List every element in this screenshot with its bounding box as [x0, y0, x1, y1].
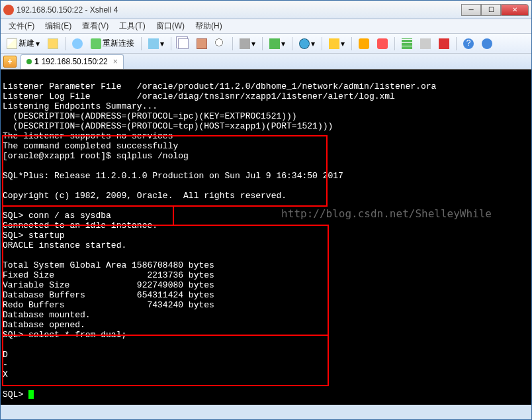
- terminal-line: Copyright (c) 1982, 2009, Oracle. All ri…: [3, 191, 287, 201]
- globe-icon: [299, 38, 310, 49]
- terminal-line: Total System Global Area 1586708480 byte…: [3, 260, 214, 270]
- print-icon: [240, 38, 250, 49]
- terminal-line: [oracle@xzapp1 root]$ sqlplus /nolog: [3, 151, 189, 161]
- open-button[interactable]: [44, 36, 62, 51]
- terminal-line: X: [3, 370, 8, 380]
- new-label: 新建: [19, 38, 34, 49]
- toolbar-separator: [262, 37, 263, 50]
- status-dot-icon: [26, 59, 32, 64]
- terminal-line: (DESCRIPTION=(ADDRESS=(PROTOCOL=ipc)(KEY…: [3, 111, 297, 121]
- close-button[interactable]: ✕: [501, 4, 529, 16]
- menu-edit[interactable]: 编辑(E): [40, 19, 77, 33]
- toolbar-separator: [394, 37, 395, 50]
- grid-icon: [402, 38, 412, 49]
- copy-icon: [178, 38, 189, 49]
- print-button[interactable]: ▾: [236, 36, 259, 51]
- terminal-line: Redo Buffers 7434240 bytes: [3, 300, 214, 310]
- toolbar-separator: [65, 37, 66, 50]
- terminal-line: Database Buffers 654311424 bytes: [3, 290, 214, 300]
- window-titlebar: 192.168.50.150:22 - Xshell 4 ─ ☐ ✕: [1, 1, 531, 19]
- toolbar-separator: [141, 37, 142, 50]
- terminal-line: Database mounted.: [3, 310, 91, 320]
- terminal-line: Listening Endpoints Summary...: [3, 101, 157, 111]
- layout-button[interactable]: [417, 36, 434, 51]
- terminal-line: ORACLE instance started.: [3, 240, 126, 250]
- terminal-line: The command completed successfully: [3, 141, 178, 151]
- terminal-line: SQL> startup: [3, 231, 65, 240]
- reconnect-button[interactable]: 重新连接: [87, 36, 138, 51]
- toolbar-separator: [351, 37, 352, 50]
- tool-button[interactable]: [374, 36, 391, 51]
- new-icon: [7, 38, 17, 49]
- copy-button[interactable]: [175, 36, 192, 51]
- highlight-box-4: [2, 335, 329, 386]
- tabbar: + 1 192.168.50.150:22 ×: [1, 54, 531, 70]
- link-icon: [72, 38, 83, 49]
- menu-window[interactable]: 窗口(W): [151, 19, 190, 33]
- maximize-button[interactable]: ☐: [481, 4, 501, 16]
- open-icon: [48, 38, 58, 49]
- menubar: 文件(F) 编辑(E) 查看(V) 工具(T) 窗口(W) 帮助(H): [1, 19, 531, 34]
- font-button[interactable]: ▾: [326, 36, 348, 51]
- paste-button[interactable]: [193, 36, 210, 51]
- about-button[interactable]: [478, 36, 496, 51]
- chevron-down-icon: ▾: [311, 39, 315, 48]
- toolbar-separator: [322, 37, 322, 50]
- tool-icon: [377, 38, 388, 49]
- chevron-down-icon: ▾: [36, 39, 40, 48]
- font-icon: [329, 38, 339, 49]
- app-icon: [3, 5, 14, 15]
- script-icon: [359, 38, 369, 49]
- terminal-line: Fixed Size 2213736 bytes: [3, 270, 214, 280]
- tab-label: 192.168.50.150:22: [42, 57, 108, 66]
- terminal-line: (DESCRIPTION=(ADDRESS=(PROTOCOL=tcp)(HOS…: [3, 121, 333, 131]
- reconnect-label: 重新连接: [103, 38, 134, 49]
- menu-file[interactable]: 文件(F): [3, 19, 40, 33]
- toolbar-separator: [292, 37, 292, 50]
- tab-close-icon[interactable]: ×: [113, 57, 118, 66]
- minimize-button[interactable]: ─: [461, 4, 481, 16]
- chevron-down-icon: ▾: [160, 39, 164, 48]
- globe-button[interactable]: ▾: [296, 36, 318, 51]
- toolbar-separator: [232, 37, 233, 50]
- terminal-line: Listener Parameter File /oracle/product/…: [3, 81, 436, 91]
- watermark: http://blog.csdn.net/ShelleyWhile: [281, 209, 492, 219]
- link-button[interactable]: [69, 36, 86, 51]
- script-button[interactable]: [355, 36, 373, 51]
- toolbar-separator: [456, 37, 457, 50]
- terminal-line: Connected to an idle instance.: [3, 221, 157, 231]
- help-button[interactable]: ?: [460, 36, 477, 51]
- terminal-line: The listener supports no services: [3, 131, 173, 141]
- menu-help[interactable]: 帮助(H): [190, 19, 228, 33]
- terminal-line: D: [3, 350, 8, 360]
- profile-button[interactable]: ▾: [145, 36, 167, 51]
- terminal-line: Listener Log File /oracle/diag/tnslsnr/x…: [3, 91, 395, 101]
- color-button[interactable]: ▾: [266, 36, 288, 51]
- terminal-prompt: SQL>: [3, 390, 28, 399]
- profile-icon: [148, 38, 159, 49]
- terminal-line: SQL*Plus: Release 11.2.0.1.0 Production …: [3, 171, 343, 181]
- help-icon: ?: [463, 38, 474, 49]
- terminal-line: Variable Size 922749080 bytes: [3, 280, 214, 290]
- chevron-down-icon: ▾: [251, 39, 255, 48]
- tab-index: 1: [34, 57, 39, 66]
- record-button[interactable]: [435, 36, 453, 51]
- window-title: 192.168.50.150:22 - Xshell 4: [17, 5, 461, 15]
- terminal-line: SQL> conn / as sysdba: [3, 211, 111, 221]
- terminal-cursor: [28, 390, 34, 399]
- chevron-down-icon: ▾: [341, 39, 345, 48]
- search-icon: [215, 38, 226, 49]
- chevron-down-icon: ▾: [281, 39, 285, 48]
- record-icon: [439, 38, 449, 49]
- toolbar-separator: [171, 37, 171, 50]
- grid-button[interactable]: [398, 36, 416, 51]
- menu-view[interactable]: 查看(V): [77, 19, 114, 33]
- tab-session-1[interactable]: 1 192.168.50.150:22 ×: [21, 54, 124, 69]
- color-icon: [269, 38, 280, 49]
- new-button[interactable]: 新建▾: [3, 36, 43, 51]
- terminal[interactable]: Listener Parameter File /oracle/product/…: [1, 70, 531, 405]
- add-tab-button[interactable]: +: [3, 56, 17, 68]
- find-button[interactable]: [212, 36, 229, 51]
- terminal-line: -: [3, 360, 8, 370]
- menu-tools[interactable]: 工具(T): [114, 19, 150, 33]
